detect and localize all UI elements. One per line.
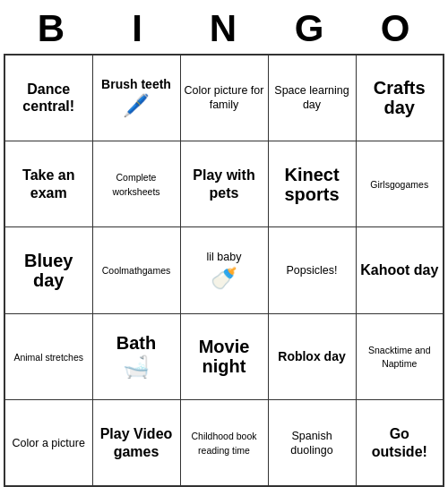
cell-text-r1-c3: Kinect sports bbox=[284, 165, 339, 204]
cell-r3-c1: Bath🛁 bbox=[92, 313, 180, 399]
cell-r2-c1: Coolmathgames bbox=[92, 227, 180, 313]
cell-text-r1-c4: Girlsgogames bbox=[370, 179, 428, 190]
cell-r2-c0: Bluey day bbox=[4, 227, 92, 313]
cell-r2-c3: Popsicles! bbox=[268, 227, 356, 313]
cell-text-r0-c0: Dance central! bbox=[22, 81, 74, 114]
cell-text-r3-c0: Animal stretches bbox=[13, 352, 83, 363]
cell-r1-c0: Take an exam bbox=[4, 141, 92, 226]
cell-r3-c4: Snacktime and Naptime bbox=[356, 313, 444, 399]
cell-r3-c3: Roblox day bbox=[268, 313, 356, 399]
cell-r0-c2: Color picture for family bbox=[180, 55, 268, 141]
cell-text-r4-c2: Childhood book reading time bbox=[192, 431, 257, 456]
cell-text-r0-c2: Color picture for family bbox=[185, 84, 264, 111]
cell-r3-c0: Animal stretches bbox=[4, 313, 92, 399]
cell-text-r2-c2: lil baby bbox=[207, 251, 242, 263]
cell-r0-c0: Dance central! bbox=[4, 55, 92, 141]
cell-text-r0-c1: Brush teeth bbox=[101, 77, 171, 91]
cell-r4-c1: Play Video games bbox=[92, 400, 180, 486]
cell-text-r4-c4: Go outside! bbox=[372, 426, 427, 458]
cell-text-r3-c4: Snacktime and Naptime bbox=[368, 345, 430, 370]
cell-emoji-r3-c1: 🛁 bbox=[97, 355, 177, 380]
cell-text-r2-c3: Popsicles! bbox=[287, 264, 338, 277]
cell-text-r1-c2: Play with pets bbox=[193, 167, 254, 200]
title-b: B bbox=[13, 7, 91, 50]
cell-r4-c2: Childhood book reading time bbox=[180, 400, 268, 486]
cell-text-r4-c1: Play Video games bbox=[100, 426, 173, 458]
cell-r1-c4: Girlsgogames bbox=[356, 141, 444, 226]
cell-r4-c4: Go outside! bbox=[356, 400, 444, 486]
cell-emoji-r0-c1: 🖊️ bbox=[97, 93, 177, 119]
cell-r4-c3: Spanish duolingo bbox=[268, 400, 356, 486]
cell-r0-c4: Crafts day bbox=[356, 55, 444, 141]
title-i: I bbox=[99, 7, 177, 50]
cell-text-r3-c3: Roblox day bbox=[278, 349, 345, 363]
cell-text-r2-c4: Kahoot day bbox=[360, 262, 438, 278]
title-o: O bbox=[357, 7, 435, 50]
cell-text-r3-c2: Movie night bbox=[199, 337, 250, 376]
cell-r1-c3: Kinect sports bbox=[268, 141, 356, 226]
bingo-grid: Dance central!Brush teeth🖊️Color picture… bbox=[4, 54, 444, 487]
cell-r2-c2: lil baby🍼 bbox=[180, 227, 268, 313]
cell-text-r4-c0: Color a picture bbox=[13, 437, 85, 449]
cell-r4-c0: Color a picture bbox=[4, 400, 92, 486]
cell-emoji-r2-c2: 🍼 bbox=[185, 266, 264, 292]
cell-r3-c2: Movie night bbox=[180, 313, 268, 399]
cell-r1-c2: Play with pets bbox=[180, 141, 268, 226]
cell-r0-c3: Space learning day bbox=[268, 55, 356, 141]
title-n: N bbox=[185, 7, 263, 50]
cell-text-r0-c4: Crafts day bbox=[374, 78, 426, 117]
cell-r1-c1: Complete worksheets bbox=[92, 141, 180, 226]
cell-text-r2-c0: Bluey day bbox=[24, 251, 73, 290]
cell-r2-c4: Kahoot day bbox=[356, 227, 444, 313]
cell-r0-c1: Brush teeth🖊️ bbox=[92, 55, 180, 141]
bingo-title: B I N G O bbox=[0, 0, 448, 54]
cell-text-r0-c3: Space learning day bbox=[274, 84, 349, 111]
cell-text-r1-c1: Complete worksheets bbox=[112, 172, 159, 197]
cell-text-r1-c0: Take an exam bbox=[22, 167, 74, 200]
cell-text-r2-c1: Coolmathgames bbox=[102, 265, 170, 276]
title-g: G bbox=[271, 7, 349, 50]
cell-text-r4-c3: Spanish duolingo bbox=[290, 430, 332, 457]
cell-text-r3-c1: Bath bbox=[116, 333, 156, 353]
